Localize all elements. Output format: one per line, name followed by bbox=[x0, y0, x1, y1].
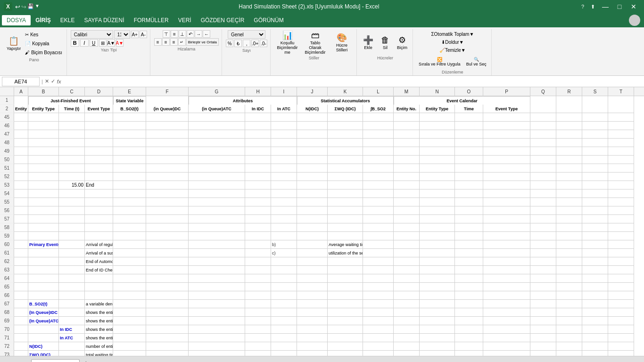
copy-button[interactable]: 📄 Kopyala bbox=[24, 39, 63, 48]
cell-46-I[interactable] bbox=[271, 122, 297, 130]
cell-66-B[interactable] bbox=[28, 291, 59, 300]
redo-icon[interactable]: ↪ bbox=[21, 3, 26, 10]
cell-67-L[interactable] bbox=[363, 300, 394, 308]
cell-styles-button[interactable]: 🎨 Hücre Stilleri bbox=[330, 30, 354, 55]
cell-62-Q[interactable] bbox=[530, 257, 556, 266]
cell-51-S[interactable] bbox=[582, 164, 608, 173]
cell-53-B[interactable] bbox=[28, 181, 59, 189]
cell-64-D[interactable] bbox=[85, 274, 113, 283]
cell-73-B[interactable]: ΣWQ (IDC) bbox=[28, 351, 59, 356]
cell-64-T[interactable] bbox=[608, 274, 634, 283]
cell-2-C[interactable]: Time (t) bbox=[59, 105, 85, 113]
cell-63-O[interactable] bbox=[455, 266, 483, 274]
cell-1-R[interactable] bbox=[556, 96, 582, 105]
cell-66-R[interactable] bbox=[556, 291, 582, 300]
cell-72-M[interactable] bbox=[394, 342, 420, 351]
insert-button[interactable]: ➕ Ekle bbox=[361, 30, 376, 55]
cell-49-R[interactable] bbox=[556, 147, 582, 156]
cell-50-C[interactable] bbox=[59, 156, 85, 164]
format-painter-button[interactable]: 🖌 Biçim Boyacısı bbox=[24, 48, 63, 57]
cell-57-N[interactable] bbox=[420, 215, 455, 223]
menu-formuller[interactable]: FORMÜLLER bbox=[129, 15, 173, 25]
col-header-D[interactable]: D bbox=[85, 87, 113, 96]
merge-center-button[interactable]: Birleştir ve Ortala bbox=[186, 38, 219, 46]
cell-54-S[interactable] bbox=[582, 189, 608, 198]
cell-53-O[interactable] bbox=[455, 181, 483, 189]
cell-58-E[interactable] bbox=[113, 223, 146, 232]
cell-48-O[interactable] bbox=[455, 139, 483, 147]
cell-73-N[interactable] bbox=[420, 351, 455, 356]
cell-72-A[interactable] bbox=[14, 342, 28, 351]
cell-61-L[interactable] bbox=[363, 249, 394, 257]
cell-55-K[interactable] bbox=[328, 198, 363, 206]
cell-51-I[interactable] bbox=[271, 164, 297, 173]
cell-57-G[interactable] bbox=[189, 215, 245, 223]
paste-button[interactable]: 📋 Yapıştır bbox=[5, 31, 23, 56]
cell-59-R[interactable] bbox=[556, 232, 582, 240]
cell-61-A[interactable] bbox=[14, 249, 28, 257]
cell-68-S[interactable] bbox=[582, 308, 608, 317]
align-right-button[interactable]: ≡ bbox=[170, 38, 178, 46]
cell-50-L[interactable] bbox=[363, 156, 394, 164]
cell-48-B[interactable] bbox=[28, 139, 59, 147]
cell-51-G[interactable] bbox=[189, 164, 245, 173]
cell-59-O[interactable] bbox=[455, 232, 483, 240]
cell-2-E[interactable]: B_SO2(t) bbox=[113, 105, 146, 113]
cell-69-G[interactable] bbox=[189, 317, 245, 325]
cell-50-F[interactable] bbox=[146, 156, 189, 164]
cell-70-O[interactable] bbox=[455, 325, 483, 334]
cell-64-S[interactable] bbox=[582, 274, 608, 283]
cell-52-T[interactable] bbox=[608, 173, 634, 181]
cell-57-R[interactable] bbox=[556, 215, 582, 223]
cell-60-Q[interactable] bbox=[530, 240, 556, 249]
cell-62-K[interactable] bbox=[328, 257, 363, 266]
cell-69-I[interactable] bbox=[271, 317, 297, 325]
cell-71-S[interactable] bbox=[582, 334, 608, 342]
cell-60-C[interactable] bbox=[59, 240, 85, 249]
cell-51-Q[interactable] bbox=[530, 164, 556, 173]
cell-62-S[interactable] bbox=[582, 257, 608, 266]
col-header-C[interactable]: C bbox=[59, 87, 85, 96]
align-left-button[interactable]: ≡ bbox=[154, 38, 162, 46]
cell-62-B[interactable] bbox=[28, 257, 59, 266]
cell-2-R[interactable] bbox=[556, 105, 582, 113]
menu-giris[interactable]: GİRİŞ bbox=[31, 15, 56, 25]
cell-56-F[interactable] bbox=[146, 206, 189, 215]
col-header-H[interactable]: H bbox=[245, 87, 271, 96]
cell-57-K[interactable] bbox=[328, 215, 363, 223]
cell-2-P[interactable]: Event Type bbox=[483, 105, 530, 113]
cell-45-F[interactable] bbox=[146, 113, 189, 122]
cell-60-N[interactable] bbox=[420, 240, 455, 249]
col-header-B[interactable]: B bbox=[28, 87, 59, 96]
cell-46-P[interactable] bbox=[483, 122, 530, 130]
cell-48-I[interactable] bbox=[271, 139, 297, 147]
col-header-Q[interactable]: Q bbox=[530, 87, 556, 96]
cell-73-J[interactable] bbox=[297, 351, 328, 356]
cell-56-K[interactable] bbox=[328, 206, 363, 215]
win-close-button[interactable]: ✕ bbox=[627, 0, 640, 13]
cell-47-N[interactable] bbox=[420, 130, 455, 139]
cell-1-J[interactable]: Statistical Accumulators bbox=[297, 96, 394, 105]
cell-62-G[interactable] bbox=[189, 257, 245, 266]
menu-gozden-gecir[interactable]: GÖZDEN GEÇİR bbox=[196, 15, 249, 25]
cell-47-P[interactable] bbox=[483, 130, 530, 139]
cell-53-L[interactable] bbox=[363, 181, 394, 189]
cell-52-N[interactable] bbox=[420, 173, 455, 181]
cell-58-H[interactable] bbox=[245, 223, 271, 232]
tab-scroll-left2[interactable]: ◀ bbox=[10, 360, 16, 362]
percent-button[interactable]: % bbox=[226, 40, 233, 47]
cell-1-E[interactable]: State Variable bbox=[113, 96, 146, 105]
cell-59-L[interactable] bbox=[363, 232, 394, 240]
font-color-button[interactable]: A▼ bbox=[116, 39, 124, 47]
cell-62-I[interactable] bbox=[271, 257, 297, 266]
cell-62-O[interactable] bbox=[455, 257, 483, 266]
cell-61-G[interactable] bbox=[189, 249, 245, 257]
cell-70-R[interactable] bbox=[556, 325, 582, 334]
cell-46-A[interactable] bbox=[14, 122, 28, 130]
cell-48-D[interactable] bbox=[85, 139, 113, 147]
cell-60-J[interactable] bbox=[297, 240, 328, 249]
cell-70-L[interactable] bbox=[363, 325, 394, 334]
cell-70-M[interactable] bbox=[394, 325, 420, 334]
cell-50-B[interactable] bbox=[28, 156, 59, 164]
cell-65-F[interactable] bbox=[146, 283, 189, 291]
